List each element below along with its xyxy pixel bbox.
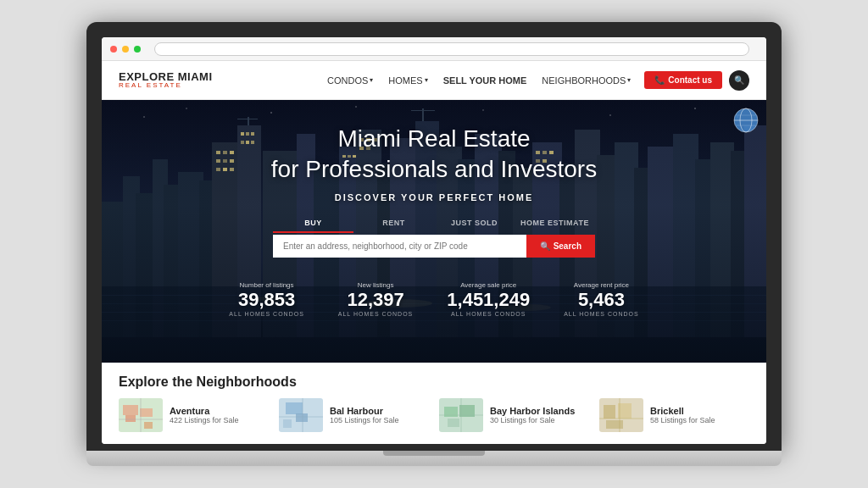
stat-avg-rent: Average rent price 5,463 ALL HOMES CONDO… [564, 281, 638, 317]
neighborhood-name: Aventura [170, 406, 239, 416]
neighborhoods-section: Explore the Neighborhoods [102, 363, 766, 444]
nav-condos[interactable]: CONDOS ▾ [327, 75, 373, 86]
search-input[interactable] [273, 235, 526, 258]
search-bar: 🔍 Search [273, 235, 595, 258]
neighborhood-cards: Aventura 422 Listings for Sale [119, 398, 749, 432]
hero-title: Miami Real Estate for Professionals and … [271, 124, 597, 186]
svg-rect-92 [125, 415, 136, 422]
chevron-icon: ▾ [370, 76, 373, 84]
stats-row: Number of listings 39,853 ALL HOMES COND… [229, 281, 638, 317]
laptop-screen: EXPLORE MIAMI REAL ESTATE CONDOS ▾ HOMES… [102, 37, 766, 444]
tab-buy[interactable]: BUY [273, 214, 353, 233]
nav-links: CONDOS ▾ HOMES ▾ SELL YOUR HOME NEIGHBOR… [327, 75, 631, 86]
svg-rect-93 [140, 408, 153, 417]
hero-subtitle: DISCOVER YOUR PERFECT HOME [335, 192, 534, 202]
svg-rect-98 [286, 402, 303, 414]
neighborhood-name: Bal Harbour [330, 406, 399, 416]
svg-rect-106 [448, 419, 459, 427]
svg-rect-100 [283, 419, 292, 428]
neighborhood-name: Bay Harbor Islands [490, 406, 575, 416]
svg-rect-112 [606, 420, 623, 429]
svg-rect-110 [604, 405, 615, 419]
neighborhood-info-bay-harbor: Bay Harbor Islands 30 Listings for Sale [490, 406, 575, 424]
search-icon: 🔍 [540, 241, 550, 251]
site-nav: EXPLORE MIAMI REAL ESTATE CONDOS ▾ HOMES… [102, 61, 766, 100]
browser-dot-yellow [122, 46, 129, 53]
stat-avg-sale: Average sale price 1,451,249 ALL HOMES C… [447, 281, 530, 317]
chevron-icon: ▾ [425, 76, 428, 84]
search-nav-icon[interactable]: 🔍 [729, 70, 749, 91]
neighborhood-listings: 58 Listings for Sale [650, 416, 715, 424]
browser-url-bar[interactable] [154, 42, 749, 56]
neighborhood-card-bal-harbour[interactable]: Bal Harbour 105 Listings for Sale [279, 398, 429, 432]
laptop-base [86, 451, 782, 466]
browser-dot-red [110, 46, 117, 53]
phone-icon: 📞 [654, 75, 665, 85]
neighborhood-listings: 422 Listings for Sale [170, 416, 239, 424]
chevron-icon: ▾ [627, 76, 631, 84]
svg-rect-91 [123, 405, 138, 415]
tab-home-estimate[interactable]: HOME ESTIMATE [515, 214, 595, 233]
hero-section: Miami Real Estate for Professionals and … [102, 100, 766, 363]
stat-new-listings: New listings 12,397 ALL HOMES CONDOS [338, 281, 413, 317]
svg-rect-99 [296, 413, 308, 422]
browser-dot-green [134, 46, 141, 53]
neighborhood-card-brickell[interactable]: Brickell 58 Listings for Sale [599, 398, 749, 432]
nav-neighborhoods[interactable]: NEIGHBORHOODS ▾ [542, 75, 631, 86]
tab-just-sold[interactable]: JUST SOLD [434, 214, 515, 233]
neighborhood-listings: 105 Listings for Sale [330, 416, 399, 424]
map-thumb-bay-harbor [439, 398, 483, 432]
neighborhoods-title: Explore the Neighborhoods [119, 374, 749, 390]
map-thumb-aventura [119, 398, 163, 432]
svg-rect-96 [144, 422, 153, 429]
search-tabs: BUY RENT JUST SOLD HOME ESTIMATE [273, 214, 595, 233]
nav-sell-home[interactable]: SELL YOUR HOME [443, 75, 527, 86]
neighborhood-name: Brickell [650, 406, 715, 416]
neighborhood-card-bay-harbor[interactable]: Bay Harbor Islands 30 Listings for Sale [439, 398, 589, 432]
neighborhood-listings: 30 Listings for Sale [490, 416, 575, 424]
nav-homes[interactable]: HOMES ▾ [388, 75, 427, 86]
hero-content: Miami Real Estate for Professionals and … [102, 100, 766, 317]
map-thumb-brickell [599, 398, 643, 432]
tab-rent[interactable]: RENT [353, 214, 434, 233]
browser-bar [102, 37, 766, 61]
globe-icon[interactable] [732, 107, 760, 134]
laptop-shell: EXPLORE MIAMI REAL ESTATE CONDOS ▾ HOMES… [86, 22, 782, 466]
neighborhood-card-aventura[interactable]: Aventura 422 Listings for Sale [119, 398, 269, 432]
site-logo[interactable]: EXPLORE MIAMI REAL ESTATE [119, 71, 213, 89]
neighborhood-info-brickell: Brickell 58 Listings for Sale [650, 406, 715, 424]
search-button[interactable]: 🔍 Search [526, 235, 595, 258]
stat-listings: Number of listings 39,853 ALL HOMES COND… [229, 281, 303, 317]
logo-bottom: REAL ESTATE [119, 82, 213, 89]
neighborhood-info-aventura: Aventura 422 Listings for Sale [170, 406, 239, 424]
contact-button[interactable]: 📞 Contact us [644, 71, 722, 89]
map-thumb-bal-harbour [279, 398, 323, 432]
screen-bezel: EXPLORE MIAMI REAL ESTATE CONDOS ▾ HOMES… [86, 22, 782, 451]
neighborhood-info-bal-harbour: Bal Harbour 105 Listings for Sale [330, 406, 399, 424]
svg-rect-111 [618, 403, 632, 419]
